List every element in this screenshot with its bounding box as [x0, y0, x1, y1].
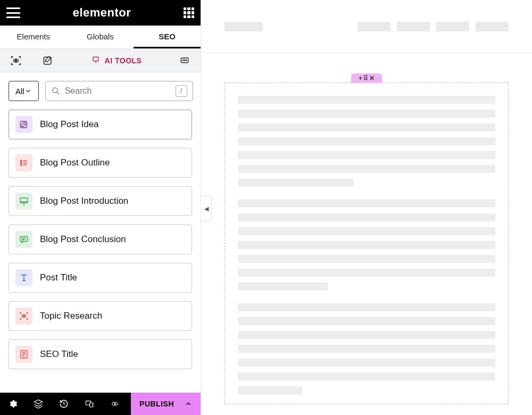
navigator-button[interactable] [26, 393, 51, 415]
tool-item[interactable]: Post Title [9, 263, 192, 293]
search-box[interactable]: / [45, 81, 193, 101]
tab-elements[interactable]: Elements [0, 26, 67, 48]
tool-label: Blog Post Conclusion [40, 234, 126, 245]
ai-tool-list: Blog Post IdeaBlog Post OutlineBlog Post… [0, 110, 201, 393]
filter-value: All [15, 87, 24, 96]
svg-point-6 [186, 60, 187, 61]
tool-item[interactable]: Blog Post Conclusion [9, 225, 192, 254]
svg-point-20 [114, 403, 115, 404]
svg-point-11 [21, 164, 22, 165]
tool-item[interactable]: Topic Research [9, 301, 192, 331]
tool-label: Topic Research [40, 311, 102, 321]
focus-icon [15, 308, 32, 325]
header-nav-placeholder [397, 22, 430, 31]
bottom-bar: PUBLISH [0, 393, 201, 415]
chevron-down-icon [24, 87, 32, 95]
collapse-panel-button[interactable]: ◀ [201, 196, 212, 221]
tool-label: Blog Post Introduction [40, 196, 128, 206]
edit-icon [15, 116, 32, 133]
tool-item[interactable]: SEO Title [9, 339, 192, 369]
category-filter[interactable]: All [9, 81, 39, 101]
section-handle[interactable]: + ⠿ ✕ [351, 73, 382, 83]
svg-point-4 [182, 60, 184, 61]
header-nav-placeholder [436, 22, 469, 31]
article-icon [15, 346, 32, 363]
brand-logo: elementor [73, 6, 131, 20]
svg-rect-13 [20, 237, 28, 242]
tool-label: SEO Title [40, 349, 78, 360]
history-button[interactable] [51, 393, 77, 415]
seo-toolbar: AI TOOLS [0, 49, 201, 72]
edit-button[interactable] [32, 49, 64, 72]
preview-focus-button[interactable] [0, 49, 32, 72]
tool-label: Post Title [40, 272, 77, 283]
text-icon [15, 269, 32, 286]
monitor-icon [15, 193, 32, 210]
tool-item[interactable]: Blog Post Outline [9, 148, 192, 178]
search-input[interactable] [65, 86, 171, 96]
tab-globals[interactable]: Globals [67, 26, 134, 48]
svg-point-15 [23, 316, 24, 317]
panel-tabs: Elements Globals SEO [0, 26, 201, 49]
svg-point-5 [184, 60, 185, 61]
list-icon [15, 154, 32, 171]
chat-icon [15, 231, 32, 248]
tool-label: Blog Post Outline [40, 157, 110, 168]
ai-tools-label: AI TOOLS [105, 56, 142, 65]
tool-label: Blog Post Idea [40, 119, 99, 130]
publish-label: PUBLISH [139, 400, 174, 408]
menu-button[interactable] [6, 7, 20, 18]
responsive-button[interactable] [77, 393, 102, 415]
svg-point-1 [15, 60, 16, 61]
svg-point-9 [21, 160, 22, 161]
chat-button[interactable] [169, 49, 201, 72]
search-icon [51, 86, 61, 96]
tool-item[interactable]: Blog Post Introduction [9, 186, 192, 216]
add-icon: + [359, 74, 362, 82]
content-section[interactable] [225, 82, 509, 404]
tab-seo[interactable]: SEO [134, 26, 201, 48]
svg-point-10 [21, 162, 22, 163]
header-nav-placeholder [358, 22, 390, 31]
svg-point-7 [53, 88, 57, 93]
chevron-up-icon [185, 400, 192, 408]
tool-item[interactable]: Blog Post Idea [9, 110, 192, 139]
drag-icon: ⠿ [363, 74, 368, 82]
apps-button[interactable] [184, 7, 194, 18]
svg-rect-18 [90, 403, 93, 407]
close-icon: ✕ [369, 74, 375, 82]
editor-canvas[interactable]: ◀ + ⠿ ✕ [201, 0, 532, 415]
settings-button[interactable] [0, 393, 26, 415]
ai-tools-button[interactable]: AI TOOLS [64, 49, 169, 72]
page-header [201, 0, 532, 53]
search-shortcut: / [176, 85, 187, 97]
header-logo-placeholder [225, 22, 263, 31]
publish-button[interactable]: PUBLISH [131, 393, 201, 415]
preview-button[interactable] [102, 393, 128, 415]
header-nav-placeholder [476, 22, 509, 31]
